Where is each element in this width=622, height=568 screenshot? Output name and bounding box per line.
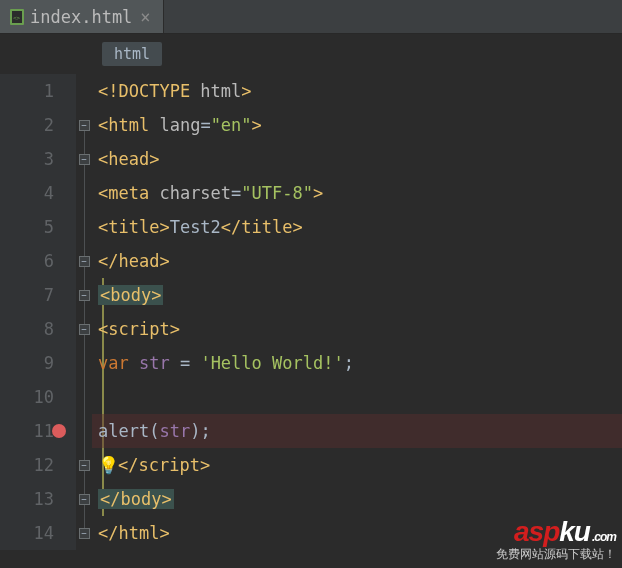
gutter-line[interactable]: 3 xyxy=(0,142,76,176)
gutter-line[interactable]: 14 xyxy=(0,516,76,550)
fold-toggle[interactable]: − xyxy=(79,154,90,165)
gutter-line[interactable]: 8 xyxy=(0,312,76,346)
lightbulb-icon[interactable]: 💡 xyxy=(98,455,118,475)
gutter: 1 2 3 4 5 6 7 8 9 10 11 12 13 14 xyxy=(0,74,76,550)
code-line[interactable]: 💡</script> xyxy=(92,448,622,482)
code-line[interactable]: <body> xyxy=(92,278,622,312)
gutter-line[interactable]: 7 xyxy=(0,278,76,312)
code-area[interactable]: <!DOCTYPE html> <html lang="en"> <head> … xyxy=(92,74,622,550)
gutter-line[interactable]: 4 xyxy=(0,176,76,210)
tab-filename: index.html xyxy=(30,7,132,27)
code-line[interactable]: </head> xyxy=(92,244,622,278)
code-line[interactable]: <head> xyxy=(92,142,622,176)
code-line[interactable]: <script> xyxy=(92,312,622,346)
code-line[interactable]: var str = 'Hello World!'; xyxy=(92,346,622,380)
gutter-line[interactable]: 1 xyxy=(0,74,76,108)
file-tab[interactable]: <> index.html × xyxy=(0,0,164,33)
fold-toggle[interactable]: − xyxy=(79,494,90,505)
gutter-line[interactable]: 13 xyxy=(0,482,76,516)
fold-toggle[interactable]: − xyxy=(79,290,90,301)
gutter-line[interactable]: 9 xyxy=(0,346,76,380)
code-line[interactable]: <title>Test2</title> xyxy=(92,210,622,244)
watermark: aspku.com 免费网站源码下载站！ xyxy=(496,518,616,560)
fold-toggle[interactable]: − xyxy=(79,460,90,471)
gutter-line[interactable]: 2 xyxy=(0,108,76,142)
fold-toggle[interactable]: − xyxy=(79,256,90,267)
gutter-line[interactable]: 6 xyxy=(0,244,76,278)
breadcrumb-item[interactable]: html xyxy=(102,42,162,66)
tab-bar: <> index.html × xyxy=(0,0,622,34)
code-line[interactable]: <meta charset="UTF-8"> xyxy=(92,176,622,210)
gutter-line[interactable]: 12 xyxy=(0,448,76,482)
breadcrumb-bar: html xyxy=(0,34,622,74)
fold-toggle[interactable]: − xyxy=(79,528,90,539)
fold-column: − − − − − − − − xyxy=(76,74,92,550)
code-line[interactable] xyxy=(92,380,622,414)
svg-text:<>: <> xyxy=(13,14,21,21)
gutter-line[interactable]: 10 xyxy=(0,380,76,414)
close-icon[interactable]: × xyxy=(138,7,152,27)
gutter-line[interactable]: 11 xyxy=(0,414,76,448)
html-file-icon: <> xyxy=(10,9,24,25)
code-line[interactable]: alert(str); xyxy=(92,414,622,448)
fold-toggle[interactable]: − xyxy=(79,120,90,131)
watermark-brand: aspku.com xyxy=(496,518,616,546)
code-line[interactable]: </body> xyxy=(92,482,622,516)
watermark-subtitle: 免费网站源码下载站！ xyxy=(496,548,616,560)
editor: 1 2 3 4 5 6 7 8 9 10 11 12 13 14 − − − −… xyxy=(0,74,622,550)
gutter-line[interactable]: 5 xyxy=(0,210,76,244)
code-line[interactable]: <!DOCTYPE html> xyxy=(92,74,622,108)
breakpoint-icon[interactable] xyxy=(52,424,66,438)
fold-toggle[interactable]: − xyxy=(79,324,90,335)
code-line[interactable]: <html lang="en"> xyxy=(92,108,622,142)
